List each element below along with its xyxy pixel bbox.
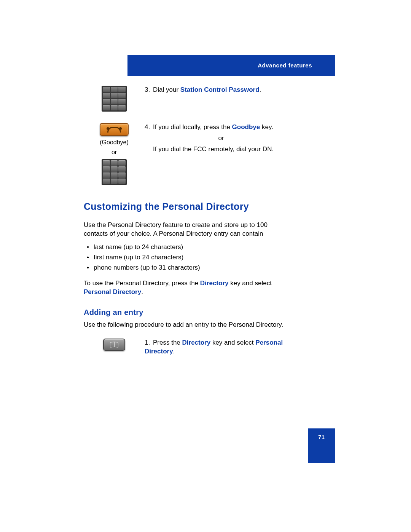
section-intro: Use the Personal Directory feature to cr… [84, 221, 289, 238]
step-4-l1-pre: If you dial locally, press the [153, 123, 232, 131]
subsection-intro: Use the following procedure to add an en… [84, 321, 289, 329]
step-3-text: 3.Dial your Station Control Password. [145, 86, 289, 94]
keypad-icon [102, 86, 127, 112]
header-title: Advanced features [258, 62, 312, 69]
book-icon [110, 342, 118, 347]
addentry-s1-bold1: Directory [182, 339, 211, 346]
step-3-pre: Dial your [153, 86, 180, 93]
addentry-step1-row: 1.Press the Directory key and select Per… [84, 339, 289, 356]
step-4-text: 4.If you dial locally, press the Goodbye… [145, 123, 289, 154]
goodbye-button-icon [100, 123, 129, 136]
step-4-l1-post: key. [260, 123, 273, 131]
page-number-box: 71 [308, 428, 335, 463]
addentry-icon-col [84, 339, 145, 351]
header-bar: Advanced features [127, 55, 335, 76]
step-4-or: or [145, 134, 289, 143]
step-4-l1-bold: Goodbye [232, 123, 260, 131]
addentry-step1-text: 1.Press the Directory key and select Per… [145, 339, 289, 356]
section-heading: Customizing the Personal Directory [84, 200, 289, 215]
subsection-heading: Adding an entry [84, 307, 289, 318]
page-content: 3.Dial your Station Control Password. (G… [84, 86, 289, 366]
goodbye-or-caption: or [84, 148, 145, 157]
goodbye-caption: (Goodbye) [84, 138, 145, 147]
section-usage: To use the Personal Directory, press the… [84, 279, 289, 297]
step-3-row: 3.Dial your Station Control Password. [84, 86, 289, 112]
step-3-icon-col [84, 86, 145, 112]
step-4-l2: If you dial the FCC remotely, dial your … [145, 145, 289, 154]
addentry-s1-pre: Press the [153, 339, 182, 346]
usage-bold1: Directory [200, 280, 229, 287]
step-4-row: (Goodbye) or 4.If you dial locally, pres… [84, 123, 289, 185]
document-page: Advanced features 3.Dial your Station Co… [0, 0, 411, 532]
step-4-icon-col: (Goodbye) or [84, 123, 145, 185]
bullet-list: last name (up to 24 characters) first na… [84, 243, 289, 272]
handset-icon [107, 127, 121, 133]
addentry-s1-mid: key and select [210, 339, 255, 346]
bullet-item: phone numbers (up to 31 characters) [84, 264, 289, 272]
bullet-item: last name (up to 24 characters) [84, 243, 289, 252]
step-3-bold: Station Control Password [180, 86, 260, 93]
bullet-item: first name (up to 24 characters) [84, 253, 289, 262]
directory-button-icon [103, 339, 125, 351]
keypad-icon [102, 159, 127, 185]
addentry-s1-post: . [173, 348, 175, 355]
usage-pre: To use the Personal Directory, press the [84, 280, 200, 287]
step-3-post: . [260, 86, 261, 93]
usage-mid: key and select [228, 280, 271, 287]
usage-bold2: Personal Directory [84, 288, 141, 296]
usage-post: . [141, 288, 143, 296]
addentry-s1-num: 1. [145, 339, 153, 347]
page-number: 71 [318, 434, 325, 441]
step-3-number: 3. [145, 86, 153, 94]
step-4-number: 4. [145, 123, 153, 132]
